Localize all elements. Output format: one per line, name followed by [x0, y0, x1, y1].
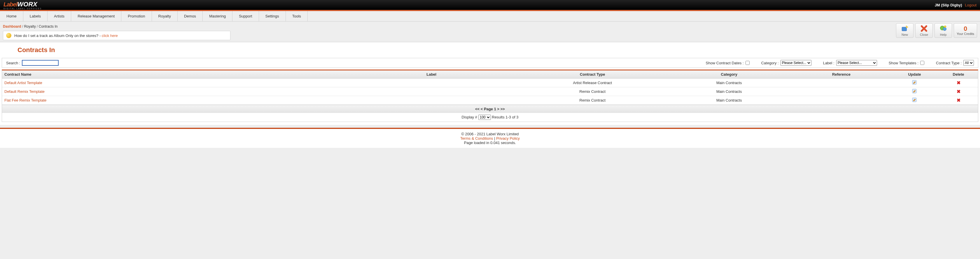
- contract-name-link[interactable]: Default Remix Template: [2, 87, 344, 96]
- nav-promotion[interactable]: Promotion: [121, 11, 152, 21]
- show-dates-checkbox[interactable]: [746, 61, 749, 65]
- delete-icon[interactable]: ✖: [957, 80, 961, 85]
- logo-subtitle: DIGITAL LABEL SERVICES: [3, 8, 42, 9]
- main-nav: Home Labels Artists Release Management P…: [0, 11, 980, 22]
- col-reference[interactable]: Reference: [792, 70, 890, 79]
- contracts-table: Contract Name Label Contract Type Catego…: [2, 70, 978, 105]
- toolbar: New Close Help 0 Your Credits: [896, 23, 977, 38]
- user-area: JM (Slip Digby) Logout: [935, 3, 977, 7]
- col-contract-name[interactable]: Contract Name: [2, 70, 344, 79]
- cell-update: [890, 96, 939, 105]
- table-row: Flat Fee Remix TemplateRemix ContractMai…: [2, 96, 978, 105]
- col-category[interactable]: Category: [666, 70, 792, 79]
- edit-icon[interactable]: [912, 98, 917, 102]
- nav-settings[interactable]: Settings: [259, 11, 286, 21]
- label-label: Label :: [823, 61, 834, 65]
- cell-label: [344, 96, 519, 105]
- cell-delete: ✖: [939, 87, 978, 96]
- help-box: How do I set a track as Album Only on th…: [3, 31, 231, 40]
- breadcrumb-page: Contracts In: [39, 24, 58, 28]
- search-label: Search :: [6, 61, 20, 65]
- new-label: New: [902, 33, 908, 36]
- new-icon: [901, 25, 908, 32]
- edit-icon[interactable]: [912, 89, 917, 93]
- credits-count: 0: [964, 25, 967, 32]
- nav-labels[interactable]: Labels: [23, 11, 48, 21]
- nav-royalty[interactable]: Royalty: [152, 11, 178, 21]
- svg-point-3: [943, 27, 946, 30]
- pager[interactable]: << < Page 1 > >>: [2, 105, 978, 113]
- cell-reference: [792, 96, 890, 105]
- contract-name-link[interactable]: Flat Fee Remix Template: [2, 96, 344, 105]
- help-icon: [939, 25, 947, 32]
- display-label: Display #: [462, 115, 477, 119]
- col-update: Update: [890, 70, 939, 79]
- show-templates-label: Show Templates :: [889, 61, 918, 65]
- logo-label-text: Label: [3, 1, 17, 8]
- breadcrumb-dashboard[interactable]: Dashboard: [3, 24, 21, 28]
- nav-mastering[interactable]: Mastering: [203, 11, 232, 21]
- filter-row: Search : Show Contract Dates : Category …: [2, 58, 978, 68]
- close-button[interactable]: Close: [915, 23, 933, 38]
- show-templates-checkbox[interactable]: [920, 61, 924, 65]
- cell-update: [890, 87, 939, 96]
- nav-support[interactable]: Support: [232, 11, 259, 21]
- col-contract-type[interactable]: Contract Type: [519, 70, 666, 79]
- breadcrumb-royalty[interactable]: Royalty: [24, 24, 36, 28]
- svg-rect-0: [902, 27, 907, 31]
- footer-copyright: © 2006 - 2021 Label Worx Limited: [3, 132, 977, 136]
- help-text: How do I set a track as Album Only on th…: [14, 33, 102, 38]
- cell-update: [890, 79, 939, 87]
- col-label[interactable]: Label: [344, 70, 519, 79]
- nav-release-management[interactable]: Release Management: [71, 11, 121, 21]
- display-row: Display # 100 Results 1-3 of 3: [2, 113, 978, 122]
- footer-privacy[interactable]: Privacy Policy: [496, 136, 520, 141]
- credits-label: Your Credits: [957, 32, 974, 35]
- page-title: Contracts In: [0, 42, 980, 58]
- contract-name-link[interactable]: Default Artist Template: [2, 79, 344, 87]
- edit-icon[interactable]: [912, 80, 917, 85]
- main-content: Contracts In Search : Show Contract Date…: [0, 42, 980, 125]
- footer-terms[interactable]: Terms & Conditions: [460, 136, 493, 141]
- help-button[interactable]: Help: [934, 23, 952, 38]
- search-input[interactable]: [22, 60, 59, 66]
- new-button[interactable]: New: [896, 23, 913, 38]
- cell-type: Remix Contract: [519, 96, 666, 105]
- cell-type: Artist Release Contract: [519, 79, 666, 87]
- footer: © 2006 - 2021 Label Worx Limited Terms &…: [0, 129, 980, 148]
- close-icon: [920, 25, 928, 32]
- contracts-table-wrap: Contract Name Label Contract Type Catego…: [2, 69, 978, 122]
- footer-sep: |: [493, 136, 496, 141]
- contract-type-select[interactable]: All: [963, 60, 974, 66]
- category-select[interactable]: Please Select...: [781, 60, 811, 66]
- nav-demos[interactable]: Demos: [178, 11, 203, 21]
- cell-label: [344, 79, 519, 87]
- delete-icon[interactable]: ✖: [957, 89, 961, 94]
- col-delete: Delete: [939, 70, 978, 79]
- contract-type-label: Contract Type :: [936, 61, 962, 65]
- nav-tools[interactable]: Tools: [286, 11, 308, 21]
- delete-icon[interactable]: ✖: [957, 98, 961, 103]
- breadcrumb-sep1: /: [21, 24, 24, 28]
- display-results: Results 1-3 of 3: [492, 115, 518, 119]
- nav-home[interactable]: Home: [0, 11, 23, 21]
- cell-type: Remix Contract: [519, 87, 666, 96]
- display-select[interactable]: 100: [478, 115, 491, 120]
- cell-reference: [792, 87, 890, 96]
- nav-artists[interactable]: Artists: [48, 11, 71, 21]
- breadcrumb-row: Dashboard / Royalty / Contracts In How d…: [0, 22, 980, 42]
- label-select[interactable]: Please Select...: [836, 60, 877, 66]
- logo[interactable]: LabelWORX DIGITAL LABEL SERVICES: [3, 1, 42, 9]
- category-label: Category :: [761, 61, 779, 65]
- topbar: LabelWORX DIGITAL LABEL SERVICES JM (Sli…: [0, 0, 980, 10]
- cell-label: [344, 87, 519, 96]
- cell-category: Main Contracts: [666, 96, 792, 105]
- cell-delete: ✖: [939, 96, 978, 105]
- help-click-here[interactable]: click here: [102, 33, 118, 38]
- breadcrumb: Dashboard / Royalty / Contracts In: [3, 23, 896, 30]
- username: JM (Slip Digby): [935, 3, 962, 7]
- credits-button[interactable]: 0 Your Credits: [954, 23, 977, 38]
- show-dates-label: Show Contract Dates :: [706, 61, 744, 65]
- svg-marker-1: [906, 25, 908, 28]
- logout-link[interactable]: Logout: [965, 3, 977, 7]
